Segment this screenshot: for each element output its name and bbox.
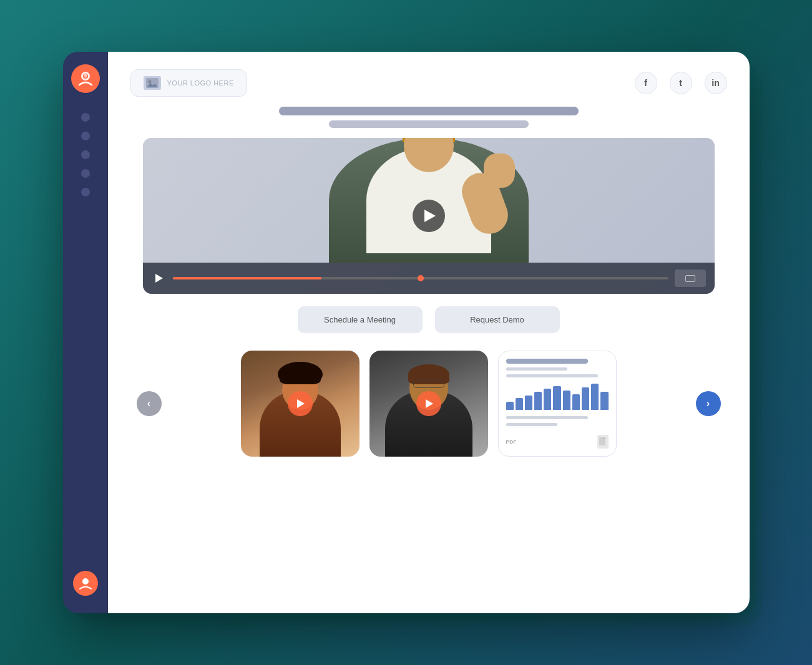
- pdf-bar-5: [544, 389, 551, 410]
- video-progress-bar[interactable]: [173, 277, 668, 279]
- sidebar-nav-item-3[interactable]: [81, 150, 90, 159]
- svg-point-2: [82, 578, 89, 585]
- user-avatar[interactable]: [73, 571, 98, 596]
- logo-text: YOUR LOGO HERE: [167, 79, 234, 87]
- pdf-file-icon: [597, 435, 609, 449]
- thumbnails-row: PDF: [172, 351, 686, 457]
- title-bar-secondary: [329, 120, 529, 128]
- thumbnail-item-1[interactable]: [241, 351, 360, 457]
- pdf-bar-2: [516, 398, 523, 410]
- thumbnail-play-button-2[interactable]: [416, 391, 441, 416]
- pdf-bar-1: [506, 402, 514, 410]
- header: YOUR LOGO HERE f t in: [130, 69, 727, 97]
- facebook-icon[interactable]: f: [635, 72, 657, 94]
- play-pause-button[interactable]: [152, 271, 167, 286]
- pdf-line-2: [506, 374, 599, 377]
- thumbnail-play-button-1[interactable]: [288, 391, 313, 416]
- sidebar: [63, 52, 108, 613]
- pdf-line-1: [506, 367, 567, 371]
- next-icon: ›: [707, 398, 710, 409]
- pdf-bar-3: [525, 396, 532, 410]
- sidebar-nav-item-1[interactable]: [81, 113, 90, 122]
- social-links: f t in: [635, 72, 727, 94]
- pdf-line-4: [506, 423, 557, 426]
- title-area: [130, 107, 727, 128]
- title-bar-primary: [279, 107, 579, 115]
- schedule-meeting-button[interactable]: Schedule a Meeting: [298, 306, 423, 333]
- thumbnail-image-2: [369, 351, 488, 457]
- pdf-bar-8: [572, 394, 580, 410]
- pdf-bar-4: [534, 392, 542, 410]
- person-head: [404, 138, 454, 172]
- sidebar-nav-item-2[interactable]: [81, 132, 90, 140]
- request-demo-button[interactable]: Request Demo: [435, 306, 560, 333]
- pdf-title-bar: [506, 359, 588, 364]
- pdf-bar-10: [591, 384, 599, 410]
- video-player: [143, 138, 715, 294]
- thumbnail-image-1: [241, 351, 360, 457]
- pdf-bar-7: [563, 391, 570, 410]
- sidebar-logo[interactable]: [71, 64, 100, 93]
- svg-point-4: [148, 80, 151, 84]
- pdf-bar-9: [582, 387, 589, 410]
- progress-fill: [173, 277, 321, 279]
- fullscreen-icon: [685, 275, 695, 282]
- fullscreen-button[interactable]: [675, 269, 706, 287]
- video-play-button[interactable]: [413, 200, 445, 232]
- sidebar-nav-item-4[interactable]: [81, 169, 90, 178]
- video-controls: [143, 263, 715, 294]
- pdf-bar-11: [600, 392, 608, 410]
- thumbnails-section: ‹: [130, 351, 727, 457]
- main-card: YOUR LOGO HERE f t in: [63, 52, 750, 613]
- prev-thumbnail-button[interactable]: ‹: [137, 391, 162, 416]
- twitter-icon[interactable]: t: [670, 72, 692, 94]
- logo-image-icon: [144, 76, 161, 90]
- progress-marker: [418, 275, 424, 281]
- action-buttons: Schedule a Meeting Request Demo: [130, 306, 727, 333]
- pdf-bar-6: [553, 386, 560, 410]
- next-thumbnail-button[interactable]: ›: [696, 391, 721, 416]
- pdf-footer: PDF: [506, 432, 609, 449]
- prev-icon: ‹: [147, 398, 150, 409]
- main-content: YOUR LOGO HERE f t in: [108, 52, 750, 613]
- sidebar-nav-item-5[interactable]: [81, 188, 90, 197]
- person-hand: [484, 153, 515, 188]
- thumbnail-item-pdf[interactable]: PDF: [498, 351, 617, 457]
- pdf-line-3: [506, 416, 588, 419]
- pdf-chart: [506, 381, 609, 412]
- pdf-label: PDF: [506, 439, 517, 445]
- logo-area: YOUR LOGO HERE: [130, 69, 247, 97]
- linkedin-icon[interactable]: in: [705, 72, 727, 94]
- thumbnail-item-2[interactable]: [369, 351, 488, 457]
